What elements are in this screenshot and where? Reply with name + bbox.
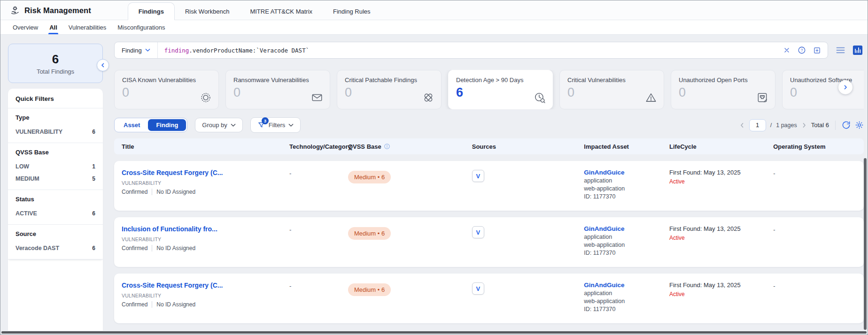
finding-title-link[interactable]: Inclusion of Functionality fro... <box>122 225 289 233</box>
filter-item-label: MEDIUM <box>16 175 39 182</box>
tab-mitre-attck-matrix[interactable]: MITRE ATT&CK Matrix <box>240 3 323 20</box>
list-view-icon[interactable] <box>836 46 845 54</box>
stat-card-ransomware-vulnerabilities[interactable]: Ransomware Vulnerabilities 0 <box>225 70 330 109</box>
impacted-asset-cell: GinAndGuice application web-application … <box>584 169 669 200</box>
next-page-icon[interactable] <box>801 122 807 128</box>
search-input[interactable]: finding.vendorProductName:`Veracode DAST… <box>164 47 776 54</box>
cards-next-button[interactable] <box>838 80 852 94</box>
asset-toggle-button[interactable]: Asset <box>116 119 148 131</box>
page-title: Risk Management <box>24 6 91 15</box>
source-veracode-icon[interactable]: V <box>472 282 484 295</box>
asset-name-link[interactable]: GinAndGuice <box>584 282 669 289</box>
filter-item-count: 6 <box>92 210 95 217</box>
stat-card-value: 0 <box>679 85 767 100</box>
impacted-asset-cell: GinAndGuice application web-application … <box>584 282 669 312</box>
filters-dropdown[interactable]: 3 Filters <box>250 117 301 133</box>
query-help-icon[interactable]: ? <box>798 46 806 54</box>
refresh-icon[interactable] <box>842 121 851 129</box>
filter-section-title: Type <box>16 114 95 121</box>
add-query-icon[interactable] <box>813 46 821 54</box>
risk-management-logo-icon <box>10 5 20 15</box>
filter-item-vulnerability[interactable]: VULNERABILITY 6 <box>16 126 95 138</box>
vertical-scrollbar[interactable] <box>864 158 867 330</box>
total-findings-card[interactable]: 6 Total Findings <box>8 44 103 83</box>
tab-findings[interactable]: Findings <box>128 2 175 20</box>
asset-name-link[interactable]: GinAndGuice <box>584 225 669 232</box>
horizontal-scrollbar[interactable] <box>1 331 867 334</box>
id-status-label: No ID Assigned <box>152 301 195 308</box>
svg-text:?: ? <box>801 48 803 53</box>
filters-label: Filters <box>269 122 285 129</box>
asset-name-link[interactable]: GinAndGuice <box>584 169 669 176</box>
tab-finding-rules[interactable]: Finding Rules <box>323 3 381 20</box>
sidebar-collapse-button[interactable] <box>97 59 109 71</box>
title-cell: Cross-Site Request Forgery (C... VULNERA… <box>122 169 289 195</box>
column-header-sources[interactable]: Sources <box>472 143 584 150</box>
filter-item-veracode-dast[interactable]: Veracode DAST 6 <box>16 242 95 254</box>
finding-toggle-button[interactable]: Finding <box>148 119 186 131</box>
finding-title-link[interactable]: Cross-Site Request Forgery (C... <box>122 169 289 176</box>
group-by-dropdown[interactable]: Group by <box>195 118 242 132</box>
technology-cell: - <box>289 282 348 289</box>
column-header-technology-category[interactable]: Technology/Category <box>289 143 348 150</box>
previous-page-icon[interactable] <box>739 122 745 128</box>
asset-subtype: web-application <box>584 185 669 192</box>
subnav-all[interactable]: All <box>44 20 63 34</box>
info-icon[interactable] <box>384 143 390 150</box>
status-badge: Active <box>669 235 773 241</box>
source-veracode-icon[interactable]: V <box>472 170 484 182</box>
filter-item-medium[interactable]: MEDIUM 5 <box>16 173 95 185</box>
chevron-left-icon <box>100 62 106 68</box>
chevron-down-icon <box>145 48 150 52</box>
asset-id: ID: 1177370 <box>584 306 669 312</box>
filter-section-qvss-base: QVSS Base LOW 1 MEDIUM 5 <box>8 143 103 190</box>
main-panel: Finding finding.vendorProductName:`Verac… <box>114 42 864 335</box>
filter-item-low[interactable]: LOW 1 <box>16 160 95 173</box>
column-header-impacted-asset[interactable]: Impacted Asset <box>584 143 669 150</box>
table-row[interactable]: Cross-Site Request Forgery (C... VULNERA… <box>114 274 864 323</box>
query-keyword: finding <box>164 47 189 54</box>
subnav-misconfigurations[interactable]: Misconfigurations <box>112 20 170 34</box>
table-row[interactable]: Cross-Site Request Forgery (C... VULNERA… <box>114 161 864 211</box>
column-header-title[interactable]: Title <box>122 143 289 150</box>
search-scope-label: Finding <box>122 47 142 54</box>
stat-card-value: 0 <box>122 85 211 100</box>
subnav-vulnerabilities[interactable]: Vulnerabilities <box>63 20 112 34</box>
column-header-operating-system[interactable]: Operating System <box>773 143 864 150</box>
stat-card-cisa-known-vulnerabilities[interactable]: CISA Known Vulnerabilities 0 <box>114 70 219 109</box>
module-tabs: Findings Risk Workbench MITRE ATT&CK Mat… <box>128 2 381 20</box>
stat-card-label: Critical Patchable Findings <box>345 76 434 84</box>
brand: Risk Management <box>0 5 101 20</box>
settings-gear-icon[interactable] <box>855 121 864 129</box>
search-scope-dropdown[interactable]: Finding <box>115 42 158 58</box>
source-veracode-icon[interactable]: V <box>472 226 484 238</box>
sources-cell: V <box>472 169 584 182</box>
clock-search-icon <box>534 91 546 104</box>
column-header-lifecycle[interactable]: LifeCycle <box>669 143 773 150</box>
finding-title-link[interactable]: Cross-Site Request Forgery (C... <box>122 282 289 289</box>
column-header-qvss-base[interactable]: QVSS Base <box>348 143 472 150</box>
stat-card-critical-patchable-findings[interactable]: Critical Patchable Findings 0 <box>337 70 442 109</box>
tab-risk-workbench[interactable]: Risk Workbench <box>175 3 240 20</box>
technology-cell: - <box>289 225 348 233</box>
asset-type: application <box>584 290 669 297</box>
subnav-overview[interactable]: Overview <box>7 20 44 34</box>
page-number-input[interactable] <box>749 119 766 131</box>
finding-type-label: VULNERABILITY <box>122 293 289 298</box>
filter-item-label: LOW <box>16 163 29 170</box>
first-found-label: First Found: May 13, 2025 <box>669 282 773 289</box>
group-by-label: Group by <box>202 122 227 129</box>
stat-card-label: Detection Age > 90 Days <box>456 76 545 84</box>
chart-view-icon[interactable] <box>852 45 863 55</box>
stat-card-critical-vulnerabilities[interactable]: Critical Vulnerabilities 0 <box>559 70 664 109</box>
chevron-down-icon <box>231 123 236 127</box>
findings-table: Title Technology/Category QVSS Base Sour… <box>114 138 864 323</box>
asset-subtype: web-application <box>584 242 669 248</box>
stat-card-unauthorized-open-ports[interactable]: Unauthorized Open Ports 0 <box>671 70 775 109</box>
total-findings-label: Total Findings <box>37 68 74 75</box>
asset-id: ID: 1177370 <box>584 193 669 200</box>
clear-search-icon[interactable] <box>783 46 790 54</box>
table-row[interactable]: Inclusion of Functionality fro... VULNER… <box>114 217 864 267</box>
filter-item-active[interactable]: ACTIVE 6 <box>16 207 95 220</box>
stat-card-detection-age-90-days[interactable]: Detection Age > 90 Days 6 <box>448 70 553 109</box>
